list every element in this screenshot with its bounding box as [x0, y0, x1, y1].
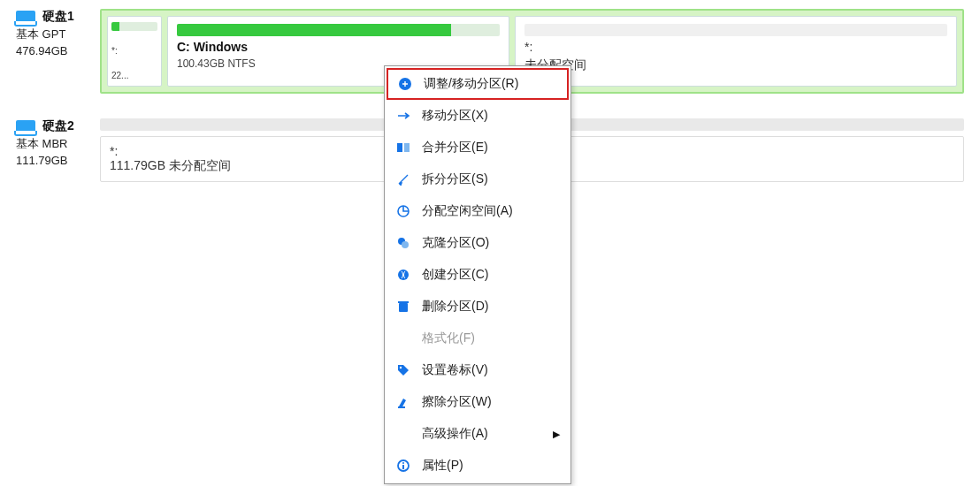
submenu-arrow-icon: ▶ — [553, 429, 560, 440]
menu-wipe-label: 擦除分区(W) — [422, 394, 492, 410]
main-part-label: C: Windows — [177, 40, 500, 54]
small-part-symbol: *: — [111, 46, 157, 56]
small-usage-bar — [111, 22, 157, 31]
menu-create-label: 创建分区(C) — [422, 267, 488, 283]
svg-point-13 — [402, 462, 404, 464]
menu-advanced-label: 高级操作(A) — [422, 426, 488, 442]
menu-move-label: 移动分区(X) — [422, 108, 488, 124]
disk-icon — [16, 11, 35, 23]
resize-icon — [397, 76, 413, 92]
disk2-type: 基本 MBR — [16, 136, 100, 152]
disk-icon — [16, 120, 35, 133]
menu-format: 格式化(F) — [387, 323, 569, 354]
svg-rect-10 — [398, 406, 405, 408]
disk2-name: 硬盘2 — [42, 118, 74, 134]
disk1-type: 基本 GPT — [16, 27, 100, 42]
menu-delete-label: 删除分区(D) — [422, 299, 488, 315]
menu-label-label: 设置卷标(V) — [422, 362, 488, 378]
create-icon — [395, 267, 411, 283]
disk1-name: 硬盘1 — [42, 9, 74, 25]
menu-split-label: 拆分分区(S) — [422, 171, 488, 187]
main-usage-bar — [177, 24, 500, 36]
move-icon — [395, 108, 411, 124]
menu-merge-label: 合并分区(E) — [422, 140, 488, 156]
svg-rect-8 — [398, 301, 409, 303]
menu-properties[interactable]: 属性(P) — [387, 450, 569, 482]
disk1-unallocated-partition[interactable]: *: 未分配空间 — [515, 16, 957, 87]
menu-allocate-free[interactable]: 分配空闲空间(A) — [387, 195, 569, 227]
pie-icon — [395, 203, 411, 219]
menu-merge[interactable]: 合并分区(E) — [387, 132, 569, 163]
svg-rect-12 — [402, 465, 404, 469]
disk2-label-block[interactable]: 硬盘2 基本 MBR 111.79GB — [16, 118, 100, 167]
clone-icon — [395, 235, 411, 251]
merge-icon — [395, 140, 411, 156]
side-usage-bar — [524, 24, 947, 36]
disk1-label-block[interactable]: 硬盘1 基本 GPT 476.94GB — [16, 9, 100, 57]
side-star: *: — [524, 40, 947, 54]
svg-point-9 — [400, 367, 402, 368]
split-icon — [395, 171, 411, 187]
menu-delete[interactable]: 删除分区(D) — [387, 291, 569, 323]
svg-rect-7 — [399, 303, 408, 312]
menu-wipe[interactable]: 擦除分区(W) — [387, 386, 569, 418]
svg-rect-2 — [404, 143, 410, 152]
wipe-icon — [395, 394, 411, 410]
menu-move[interactable]: 移动分区(X) — [387, 100, 569, 132]
disk2-size: 111.79GB — [16, 154, 100, 167]
tag-icon — [395, 362, 411, 378]
menu-create[interactable]: 创建分区(C) — [387, 259, 569, 291]
properties-icon — [395, 458, 411, 474]
svg-point-5 — [402, 241, 409, 248]
menu-clone-label: 克隆分区(O) — [422, 235, 489, 251]
format-icon — [395, 330, 411, 346]
menu-advanced[interactable]: 高级操作(A) ▶ — [387, 418, 569, 450]
menu-resize-label: 调整/移动分区(R) — [424, 76, 518, 92]
disk1-size: 476.94GB — [16, 44, 100, 57]
disk1-small-partition[interactable]: *: 22... — [107, 16, 162, 87]
menu-format-label: 格式化(F) — [422, 330, 475, 346]
menu-split[interactable]: 拆分分区(S) — [387, 163, 569, 195]
partition-context-menu: 调整/移动分区(R) 移动分区(X) 合并分区(E) 拆分分区(S) 分配空闲空… — [384, 65, 571, 484]
menu-allocfree-label: 分配空闲空间(A) — [422, 203, 513, 219]
advanced-icon — [395, 426, 411, 442]
svg-rect-1 — [397, 143, 402, 152]
menu-resize-move[interactable]: 调整/移动分区(R) — [387, 68, 569, 100]
menu-set-label[interactable]: 设置卷标(V) — [387, 354, 569, 386]
menu-props-label: 属性(P) — [422, 458, 463, 474]
delete-icon — [395, 299, 411, 315]
side-label: 未分配空间 — [524, 57, 947, 73]
small-part-size: 22... — [111, 71, 157, 80]
menu-clone[interactable]: 克隆分区(O) — [387, 227, 569, 259]
